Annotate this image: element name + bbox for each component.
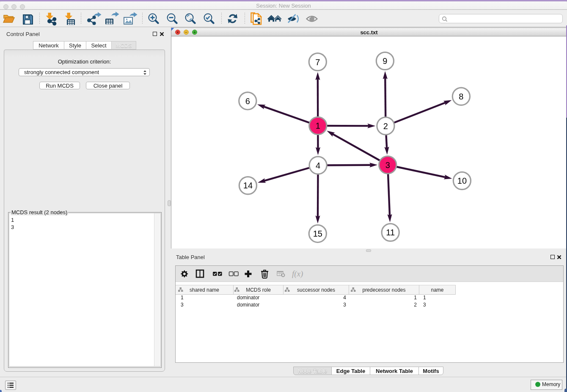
svg-text:10: 10 [457,176,467,185]
svg-text:15: 15 [313,229,322,238]
svg-text:4: 4 [316,161,320,170]
svg-text:f(x): f(x) [292,269,303,279]
svg-text:1: 1 [316,121,320,130]
svg-text:8: 8 [459,92,463,101]
svg-text:7: 7 [315,58,320,67]
svg-text:3: 3 [385,160,390,170]
svg-text:9: 9 [383,56,387,66]
svg-text:11: 11 [386,228,395,237]
svg-text:6: 6 [245,97,250,106]
svg-text:14: 14 [243,181,253,190]
svg-text:2: 2 [383,121,388,131]
